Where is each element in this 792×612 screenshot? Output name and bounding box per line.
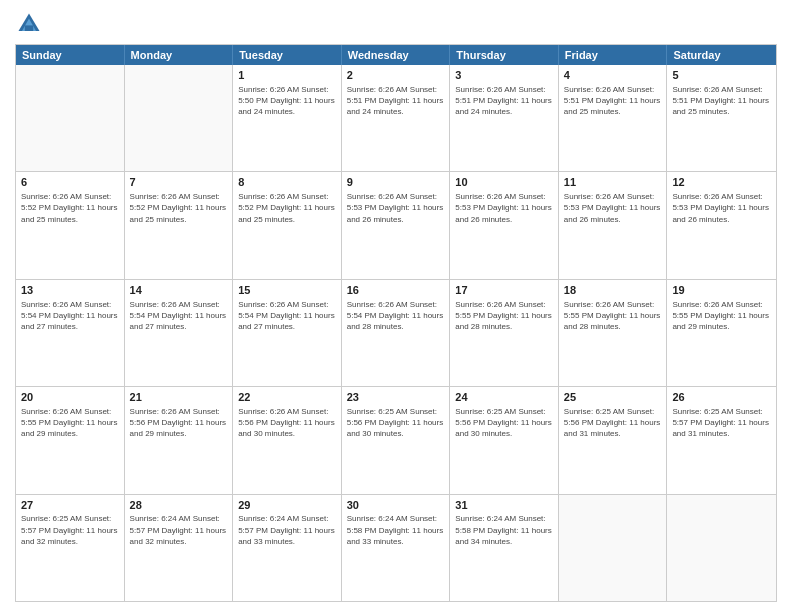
day-number: 10	[455, 175, 553, 190]
cell-info: Sunrise: 6:26 AM Sunset: 5:51 PM Dayligh…	[672, 84, 771, 118]
day-number: 29	[238, 498, 336, 513]
cell-info: Sunrise: 6:26 AM Sunset: 5:53 PM Dayligh…	[455, 191, 553, 225]
cell-info: Sunrise: 6:24 AM Sunset: 5:58 PM Dayligh…	[455, 513, 553, 547]
header-day-monday: Monday	[125, 45, 234, 65]
cell-info: Sunrise: 6:24 AM Sunset: 5:57 PM Dayligh…	[238, 513, 336, 547]
week-row-2: 6Sunrise: 6:26 AM Sunset: 5:52 PM Daylig…	[16, 172, 776, 279]
day-cell-16: 16Sunrise: 6:26 AM Sunset: 5:54 PM Dayli…	[342, 280, 451, 386]
day-number: 22	[238, 390, 336, 405]
cell-info: Sunrise: 6:25 AM Sunset: 5:56 PM Dayligh…	[347, 406, 445, 440]
calendar-body: 1Sunrise: 6:26 AM Sunset: 5:50 PM Daylig…	[16, 65, 776, 601]
day-cell-24: 24Sunrise: 6:25 AM Sunset: 5:56 PM Dayli…	[450, 387, 559, 493]
cell-info: Sunrise: 6:26 AM Sunset: 5:53 PM Dayligh…	[564, 191, 662, 225]
day-number: 12	[672, 175, 771, 190]
day-number: 7	[130, 175, 228, 190]
day-cell-12: 12Sunrise: 6:26 AM Sunset: 5:53 PM Dayli…	[667, 172, 776, 278]
day-number: 1	[238, 68, 336, 83]
cell-info: Sunrise: 6:26 AM Sunset: 5:54 PM Dayligh…	[130, 299, 228, 333]
logo-icon	[15, 10, 43, 38]
day-cell-5: 5Sunrise: 6:26 AM Sunset: 5:51 PM Daylig…	[667, 65, 776, 171]
day-cell-27: 27Sunrise: 6:25 AM Sunset: 5:57 PM Dayli…	[16, 495, 125, 601]
day-cell-25: 25Sunrise: 6:25 AM Sunset: 5:56 PM Dayli…	[559, 387, 668, 493]
day-cell-3: 3Sunrise: 6:26 AM Sunset: 5:51 PM Daylig…	[450, 65, 559, 171]
cell-info: Sunrise: 6:26 AM Sunset: 5:51 PM Dayligh…	[564, 84, 662, 118]
day-number: 21	[130, 390, 228, 405]
day-number: 17	[455, 283, 553, 298]
cell-info: Sunrise: 6:25 AM Sunset: 5:57 PM Dayligh…	[21, 513, 119, 547]
day-number: 18	[564, 283, 662, 298]
cell-info: Sunrise: 6:26 AM Sunset: 5:52 PM Dayligh…	[21, 191, 119, 225]
logo	[15, 10, 47, 38]
day-cell-8: 8Sunrise: 6:26 AM Sunset: 5:52 PM Daylig…	[233, 172, 342, 278]
cell-info: Sunrise: 6:26 AM Sunset: 5:53 PM Dayligh…	[347, 191, 445, 225]
day-number: 6	[21, 175, 119, 190]
day-cell-13: 13Sunrise: 6:26 AM Sunset: 5:54 PM Dayli…	[16, 280, 125, 386]
cell-info: Sunrise: 6:26 AM Sunset: 5:51 PM Dayligh…	[455, 84, 553, 118]
cell-info: Sunrise: 6:26 AM Sunset: 5:55 PM Dayligh…	[672, 299, 771, 333]
cell-info: Sunrise: 6:24 AM Sunset: 5:57 PM Dayligh…	[130, 513, 228, 547]
day-cell-11: 11Sunrise: 6:26 AM Sunset: 5:53 PM Dayli…	[559, 172, 668, 278]
cell-info: Sunrise: 6:26 AM Sunset: 5:55 PM Dayligh…	[21, 406, 119, 440]
cell-info: Sunrise: 6:26 AM Sunset: 5:54 PM Dayligh…	[347, 299, 445, 333]
day-cell-18: 18Sunrise: 6:26 AM Sunset: 5:55 PM Dayli…	[559, 280, 668, 386]
week-row-3: 13Sunrise: 6:26 AM Sunset: 5:54 PM Dayli…	[16, 280, 776, 387]
cell-info: Sunrise: 6:26 AM Sunset: 5:51 PM Dayligh…	[347, 84, 445, 118]
day-cell-29: 29Sunrise: 6:24 AM Sunset: 5:57 PM Dayli…	[233, 495, 342, 601]
cell-info: Sunrise: 6:26 AM Sunset: 5:53 PM Dayligh…	[672, 191, 771, 225]
cell-info: Sunrise: 6:26 AM Sunset: 5:54 PM Dayligh…	[21, 299, 119, 333]
day-cell-7: 7Sunrise: 6:26 AM Sunset: 5:52 PM Daylig…	[125, 172, 234, 278]
day-number: 26	[672, 390, 771, 405]
day-cell-20: 20Sunrise: 6:26 AM Sunset: 5:55 PM Dayli…	[16, 387, 125, 493]
cell-info: Sunrise: 6:26 AM Sunset: 5:50 PM Dayligh…	[238, 84, 336, 118]
day-cell-4: 4Sunrise: 6:26 AM Sunset: 5:51 PM Daylig…	[559, 65, 668, 171]
day-number: 9	[347, 175, 445, 190]
day-cell-28: 28Sunrise: 6:24 AM Sunset: 5:57 PM Dayli…	[125, 495, 234, 601]
day-number: 2	[347, 68, 445, 83]
day-number: 31	[455, 498, 553, 513]
page: SundayMondayTuesdayWednesdayThursdayFrid…	[0, 0, 792, 612]
day-number: 24	[455, 390, 553, 405]
day-cell-1: 1Sunrise: 6:26 AM Sunset: 5:50 PM Daylig…	[233, 65, 342, 171]
day-number: 15	[238, 283, 336, 298]
empty-cell	[125, 65, 234, 171]
cell-info: Sunrise: 6:26 AM Sunset: 5:55 PM Dayligh…	[455, 299, 553, 333]
header-day-tuesday: Tuesday	[233, 45, 342, 65]
day-number: 8	[238, 175, 336, 190]
header-day-friday: Friday	[559, 45, 668, 65]
day-number: 5	[672, 68, 771, 83]
day-cell-22: 22Sunrise: 6:26 AM Sunset: 5:56 PM Dayli…	[233, 387, 342, 493]
empty-cell	[667, 495, 776, 601]
cell-info: Sunrise: 6:26 AM Sunset: 5:55 PM Dayligh…	[564, 299, 662, 333]
day-cell-2: 2Sunrise: 6:26 AM Sunset: 5:51 PM Daylig…	[342, 65, 451, 171]
day-cell-17: 17Sunrise: 6:26 AM Sunset: 5:55 PM Dayli…	[450, 280, 559, 386]
svg-rect-2	[25, 25, 33, 31]
day-number: 3	[455, 68, 553, 83]
cell-info: Sunrise: 6:26 AM Sunset: 5:52 PM Dayligh…	[130, 191, 228, 225]
day-cell-21: 21Sunrise: 6:26 AM Sunset: 5:56 PM Dayli…	[125, 387, 234, 493]
cell-info: Sunrise: 6:26 AM Sunset: 5:54 PM Dayligh…	[238, 299, 336, 333]
week-row-4: 20Sunrise: 6:26 AM Sunset: 5:55 PM Dayli…	[16, 387, 776, 494]
day-number: 28	[130, 498, 228, 513]
empty-cell	[559, 495, 668, 601]
day-cell-23: 23Sunrise: 6:25 AM Sunset: 5:56 PM Dayli…	[342, 387, 451, 493]
week-row-1: 1Sunrise: 6:26 AM Sunset: 5:50 PM Daylig…	[16, 65, 776, 172]
day-number: 4	[564, 68, 662, 83]
day-number: 30	[347, 498, 445, 513]
day-cell-30: 30Sunrise: 6:24 AM Sunset: 5:58 PM Dayli…	[342, 495, 451, 601]
empty-cell	[16, 65, 125, 171]
day-number: 19	[672, 283, 771, 298]
day-cell-10: 10Sunrise: 6:26 AM Sunset: 5:53 PM Dayli…	[450, 172, 559, 278]
day-cell-6: 6Sunrise: 6:26 AM Sunset: 5:52 PM Daylig…	[16, 172, 125, 278]
header-day-saturday: Saturday	[667, 45, 776, 65]
day-number: 13	[21, 283, 119, 298]
day-cell-26: 26Sunrise: 6:25 AM Sunset: 5:57 PM Dayli…	[667, 387, 776, 493]
cell-info: Sunrise: 6:24 AM Sunset: 5:58 PM Dayligh…	[347, 513, 445, 547]
day-cell-9: 9Sunrise: 6:26 AM Sunset: 5:53 PM Daylig…	[342, 172, 451, 278]
header-day-thursday: Thursday	[450, 45, 559, 65]
day-number: 11	[564, 175, 662, 190]
day-number: 23	[347, 390, 445, 405]
cell-info: Sunrise: 6:26 AM Sunset: 5:56 PM Dayligh…	[238, 406, 336, 440]
day-cell-14: 14Sunrise: 6:26 AM Sunset: 5:54 PM Dayli…	[125, 280, 234, 386]
day-cell-31: 31Sunrise: 6:24 AM Sunset: 5:58 PM Dayli…	[450, 495, 559, 601]
cell-info: Sunrise: 6:25 AM Sunset: 5:56 PM Dayligh…	[564, 406, 662, 440]
